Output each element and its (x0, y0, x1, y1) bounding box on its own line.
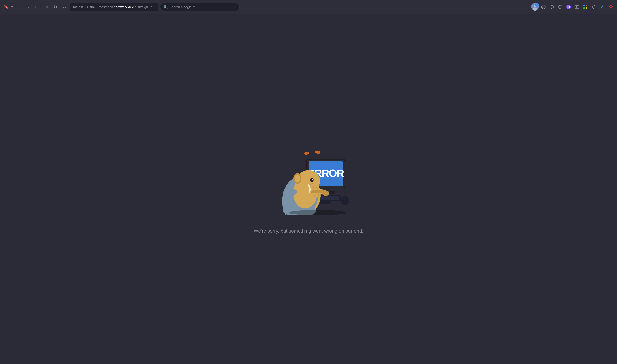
url-bar[interactable]: mstest7-9usm43.mastodon.comwork.dev/auth… (70, 3, 158, 11)
svg-point-35 (322, 191, 329, 196)
profile-avatar[interactable]: 1 (531, 3, 539, 11)
bookmark-icon[interactable]: 🔖 (3, 3, 10, 11)
apps-icon[interactable] (582, 3, 589, 11)
search-dropdown-button[interactable]: ▾ (193, 5, 195, 8)
reload-button[interactable]: ↻ (51, 3, 59, 11)
svg-text:A: A (601, 5, 604, 9)
back-button[interactable]: ← (14, 3, 22, 11)
svg-rect-15 (315, 150, 320, 154)
search-icon: 🔍 (163, 5, 168, 9)
url-domain: comwork.dev (114, 5, 133, 9)
browser-chrome: 🔖 ▾ ← → ⇤ ⇥ ↻ ⌂ mstest7-9usm43.mastodon.… (0, 0, 617, 14)
svg-rect-11 (586, 7, 587, 9)
home-button[interactable]: ⌂ (61, 3, 68, 11)
settings-icon[interactable] (607, 3, 614, 11)
svg-point-33 (310, 178, 314, 182)
extension-icon-2[interactable] (548, 3, 556, 11)
svg-rect-23 (320, 201, 331, 204)
search-placeholder: Search Google (170, 5, 192, 9)
skip-forward-button[interactable]: ⇥ (42, 3, 50, 11)
svg-rect-9 (586, 5, 587, 6)
notifications-icon[interactable] (590, 3, 598, 11)
svg-rect-14 (304, 151, 309, 155)
extension-icon-1[interactable]: GH (540, 3, 547, 11)
svg-rect-8 (583, 5, 585, 6)
error-message: We're sorry, but something went wrong on… (254, 228, 363, 234)
svg-point-32 (295, 175, 300, 182)
url-prefix: mstest7-9usm43.mastodon. (73, 5, 114, 9)
extension-icon-shield[interactable] (556, 3, 564, 11)
skip-back-button[interactable]: ⇤ (33, 3, 41, 11)
svg-point-13 (610, 6, 611, 7)
profile-badge: 1 (535, 3, 539, 7)
svg-rect-10 (583, 7, 585, 9)
url-path: /auth/sign_in (133, 5, 152, 9)
address-bar-section: 🔖 ▾ ← → ⇤ ⇥ ↻ ⌂ mstest7-9usm43.mastodon.… (3, 3, 158, 11)
translate-icon[interactable]: A (598, 3, 606, 11)
svg-point-34 (312, 179, 313, 180)
svg-text:10: 10 (567, 6, 570, 8)
page-content: ERROR (0, 14, 617, 364)
toolbar-right: 1 GH 10 (531, 3, 614, 11)
bookmark-dropdown-icon[interactable]: ▾ (12, 5, 13, 8)
error-illustration: ERROR (262, 144, 355, 215)
search-bar[interactable]: 🔍 Search Google ▾ (160, 3, 239, 11)
svg-text:GH: GH (542, 6, 545, 8)
media-icon[interactable] (573, 3, 581, 11)
forward-button[interactable]: → (23, 3, 31, 11)
extensions-menu-button[interactable]: 10 (565, 3, 572, 11)
error-svg: ERROR (262, 144, 355, 215)
